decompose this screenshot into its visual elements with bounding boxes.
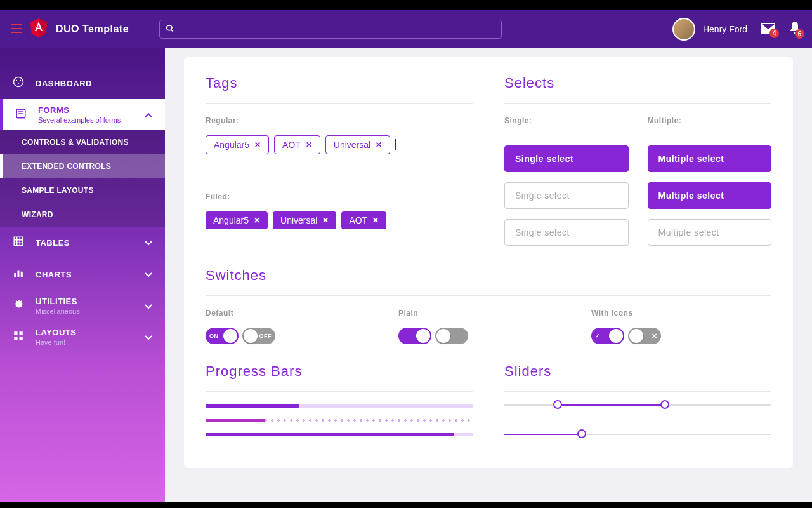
slider-handle[interactable] [577, 429, 586, 438]
search-icon [166, 24, 174, 35]
dashboard-icon [13, 76, 27, 90]
sidebar-item-charts[interactable]: CHARTS [0, 258, 165, 290]
progress-bar [206, 433, 473, 436]
close-icon[interactable]: ✕ [254, 216, 260, 225]
label-regular: Regular: [206, 116, 473, 125]
close-icon[interactable]: ✕ [306, 140, 312, 149]
text-cursor[interactable] [395, 139, 396, 150]
section-title-selects: Selects [504, 75, 771, 91]
subnav-extended-controls[interactable]: EXTENDED CONTROLS [0, 154, 165, 178]
mail-badge: 4 [769, 29, 779, 38]
sidebar: DASHBOARD FORMS Several examples of form… [0, 48, 165, 508]
sidebar-item-label: LAYOUTS [36, 328, 76, 337]
mail-icon[interactable]: 4 [761, 22, 775, 37]
sidebar-item-label: FORMS [38, 105, 121, 115]
tag-regular[interactable]: AOT✕ [274, 135, 320, 154]
switch-icons-off[interactable]: ✕ [628, 328, 661, 344]
sidebar-item-forms[interactable]: FORMS Several examples of forms [0, 99, 165, 130]
section-title-switches: Switches [206, 267, 771, 284]
svg-point-8 [18, 83, 19, 84]
subnav-wizard[interactable]: WIZARD [0, 203, 165, 227]
label-single: Single: [504, 116, 629, 125]
select-single-filled[interactable]: Single select [504, 145, 629, 172]
tag-filled[interactable]: Angular5✕ [206, 211, 268, 229]
slider-handle-high[interactable] [660, 400, 669, 409]
main-content: Tags Regular: Angular5✕ AOT✕ Universal✕ … [165, 48, 812, 508]
search-container [159, 20, 502, 39]
switch-default-off[interactable]: OFF [242, 328, 275, 344]
sidebar-item-label: CHARTS [36, 270, 72, 279]
section-title-tags: Tags [206, 75, 473, 91]
select-single-outline[interactable]: Single select [504, 182, 629, 209]
select-single-outline[interactable]: Single select [504, 219, 629, 246]
gear-icon [13, 299, 27, 313]
sidebar-item-utilities[interactable]: UTILITIES Miscellaneous [0, 290, 165, 321]
sidebar-item-tables[interactable]: TABLES [0, 227, 165, 258]
select-multiple-filled[interactable]: Multiple select [648, 182, 772, 209]
svg-point-6 [16, 80, 17, 81]
range-slider[interactable] [504, 404, 771, 406]
slider-handle-low[interactable] [553, 400, 562, 409]
hamburger-icon[interactable] [11, 23, 22, 36]
chevron-down-icon [145, 269, 152, 279]
svg-rect-22 [14, 337, 17, 340]
sidebar-item-sublabel: Have fun! [36, 338, 76, 346]
tag-filled[interactable]: AOT✕ [341, 211, 386, 229]
label-multiple: Multiple: [648, 116, 772, 125]
progress-bar [206, 404, 473, 408]
chevron-down-icon [145, 301, 152, 311]
switch-default-on[interactable]: ON [206, 328, 239, 344]
svg-rect-1 [11, 28, 22, 29]
subnav-sample-layouts[interactable]: SAMPLE LAYOUTS [0, 178, 165, 203]
label-plain: Plain [398, 309, 579, 318]
svg-rect-19 [21, 272, 23, 277]
avatar[interactable] [672, 18, 695, 41]
close-icon[interactable]: ✕ [254, 140, 261, 149]
sidebar-item-label: TABLES [36, 238, 70, 248]
sidebar-item-dashboard[interactable]: DASHBOARD [0, 67, 165, 99]
bell-badge: 6 [795, 29, 804, 39]
svg-rect-12 [14, 237, 23, 246]
chevron-down-icon [145, 332, 152, 342]
tags-filled-row: Angular5✕ Universal✕ AOT✕ [206, 211, 473, 229]
svg-rect-18 [18, 271, 20, 277]
section-title-sliders: Sliders [504, 363, 771, 380]
header: DUO Template Henry Ford 4 6 [0, 10, 812, 48]
forms-icon [15, 108, 29, 122]
tag-regular[interactable]: Angular5✕ [206, 135, 269, 154]
select-multiple-filled[interactable]: Multiple select [648, 145, 772, 172]
switch-plain-on[interactable] [398, 328, 431, 344]
divider [206, 295, 771, 296]
svg-rect-23 [20, 337, 23, 340]
sidebar-item-layouts[interactable]: LAYOUTS Have fun! [0, 321, 165, 352]
switch-icons-on[interactable]: ✓ [591, 328, 624, 344]
switch-plain-off[interactable] [435, 328, 468, 344]
search-input[interactable] [159, 20, 502, 39]
close-icon[interactable]: ✕ [376, 140, 382, 149]
divider [206, 103, 473, 104]
single-slider[interactable] [504, 434, 771, 435]
sidebar-item-label: UTILITIES [36, 297, 80, 306]
label-with-icons: With Icons [591, 309, 771, 318]
chevron-up-icon [145, 110, 152, 120]
brand-title: DUO Template [56, 23, 129, 35]
sidebar-item-sublabel: Miscellaneous [36, 307, 80, 315]
select-multiple-outline[interactable]: Multiple select [648, 219, 772, 246]
check-icon: ✓ [595, 333, 601, 339]
section-title-progress: Progress Bars [206, 363, 473, 380]
subnav-controls-validations[interactable]: CONTROLS & VALIDATIONS [0, 130, 165, 154]
close-icon[interactable]: ✕ [322, 216, 329, 225]
label-filled: Filled: [206, 192, 473, 201]
svg-rect-20 [14, 331, 17, 335]
sidebar-item-sublabel: Several examples of forms [38, 116, 121, 124]
close-icon: ✕ [652, 332, 658, 340]
svg-rect-0 [11, 24, 22, 25]
bell-icon[interactable]: 6 [789, 22, 801, 37]
svg-rect-17 [14, 273, 16, 277]
tag-regular[interactable]: Universal✕ [325, 135, 390, 154]
logo-icon [29, 17, 56, 41]
svg-point-7 [20, 80, 21, 81]
svg-point-5 [14, 77, 23, 87]
tag-filled[interactable]: Universal✕ [273, 211, 336, 229]
close-icon[interactable]: ✕ [372, 216, 379, 225]
